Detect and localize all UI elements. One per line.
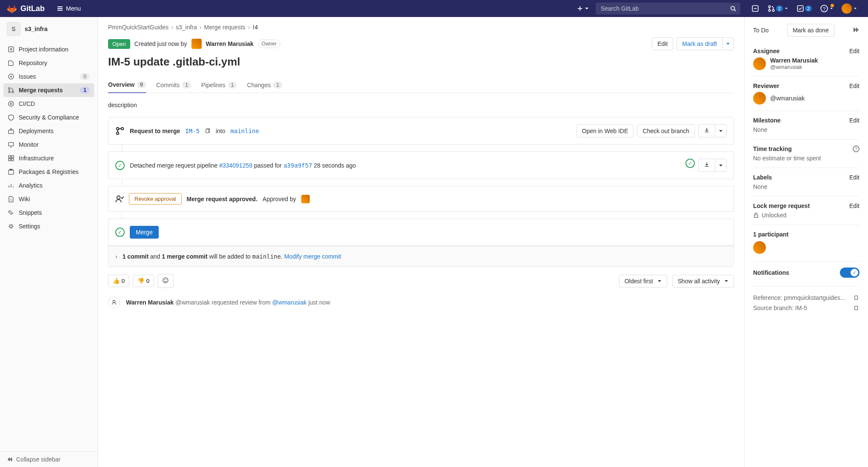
sidebar-item-infrastructure[interactable]: Infrastructure	[3, 151, 94, 165]
svg-point-3	[768, 9, 771, 11]
notifications-toggle[interactable]: ✓	[840, 268, 859, 278]
sidebar-item-monitor[interactable]: Monitor	[3, 138, 94, 151]
svg-rect-17	[9, 130, 14, 134]
modify-merge-commit-link[interactable]: Modify merge commit	[284, 253, 341, 260]
todos-nav[interactable]: 2	[797, 5, 812, 12]
mark-draft-dropdown[interactable]	[722, 37, 734, 50]
mark-as-done-button[interactable]: Mark as done	[787, 24, 834, 37]
help-icon: ?	[820, 5, 828, 12]
download-artifacts-button[interactable]	[698, 159, 715, 172]
breadcrumb-link[interactable]: s3_infra	[176, 24, 197, 31]
reviewer-handle[interactable]: @wmarusiak	[770, 95, 805, 102]
sidebar-item-snippets[interactable]: Snippets	[3, 206, 94, 219]
copy-icon[interactable]	[854, 295, 859, 301]
download-button[interactable]	[698, 124, 715, 137]
merge-requests-nav[interactable]: 2	[768, 5, 788, 12]
main-content: PmmQuickStartGuides › s3_infra › Merge r…	[98, 17, 745, 467]
revoke-approval-button[interactable]: Revoke approval	[129, 193, 182, 205]
issues-nav-icon[interactable]	[751, 5, 759, 12]
merge-request-widget: Request to merge IM-5 into mainline Open…	[108, 117, 734, 145]
reactions-row: 👍 0 👎 0 Oldest first Show all activity	[108, 274, 734, 288]
svg-point-15	[9, 101, 14, 106]
edit-milestone-link[interactable]: Edit	[849, 117, 859, 124]
svg-rect-18	[9, 142, 14, 146]
download-icon	[704, 162, 710, 168]
source-branch-link[interactable]: IM-5	[185, 128, 200, 134]
mark-as-draft-button[interactable]: Mark as draft	[677, 37, 722, 50]
assignee-avatar-icon	[753, 57, 766, 70]
sha-link[interactable]: a39a9f57	[283, 162, 312, 169]
timeline-target-user[interactable]: @wmarusiak	[272, 299, 307, 306]
sidebar-item-wiki[interactable]: Wiki	[3, 192, 94, 206]
approved-by-label: Approved by	[263, 196, 296, 202]
user-icon	[108, 296, 120, 308]
edit-reviewer-link[interactable]: Edit	[849, 83, 859, 89]
sidebar-item-analytics[interactable]: Analytics	[3, 179, 94, 192]
tab-pipelines[interactable]: Pipelines 1	[201, 77, 237, 93]
activity-filter-dropdown[interactable]: Show all activity	[672, 275, 734, 288]
sidebar-item-deployments[interactable]: Deployments	[3, 124, 94, 138]
merge-icon	[115, 126, 125, 136]
sidebar-item-project-information[interactable]: Project information	[3, 43, 94, 56]
help-icon[interactable]: ?	[853, 145, 859, 152]
sidebar-item-security-compliance[interactable]: Security & Compliance	[3, 111, 94, 124]
expand-commit-info[interactable]: ›	[115, 253, 117, 260]
new-dropdown[interactable]	[574, 4, 592, 13]
sidebar-item-repository[interactable]: Repository	[3, 56, 94, 70]
menu-button[interactable]: Menu	[53, 3, 84, 14]
sidebar-item-issues[interactable]: Issues0	[3, 70, 94, 83]
mr-tabs: Overview 0 Commits 1 Pipelines 1 Changes…	[108, 77, 734, 93]
pipeline-link[interactable]: #334091259	[219, 162, 252, 169]
breadcrumb-link[interactable]: PmmQuickStartGuides	[108, 24, 168, 31]
check-out-branch-button[interactable]: Check out branch	[637, 124, 695, 137]
chevron-down-icon	[726, 42, 730, 46]
timeline-actor[interactable]: Warren Marusiak	[126, 299, 174, 306]
assignee-name[interactable]: Warren Marusiak	[770, 57, 818, 64]
sort-dropdown[interactable]: Oldest first	[619, 275, 667, 288]
tab-changes[interactable]: Changes 1	[247, 77, 282, 93]
edit-button[interactable]: Edit	[652, 37, 673, 50]
sidebar-item-ci-cd[interactable]: CI/CD	[3, 97, 94, 111]
sidebar-item-merge-requests[interactable]: Merge requests1	[3, 83, 94, 97]
sidebar-item-packages-registries[interactable]: Packages & Registries	[3, 165, 94, 179]
search-icon	[730, 6, 736, 11]
todo-label: To Do	[753, 27, 769, 34]
pipeline-success-icon: ✓	[115, 161, 125, 170]
thumbs-up-button[interactable]: 👍 0	[108, 275, 129, 287]
copy-icon[interactable]	[205, 128, 211, 134]
open-web-ide-button[interactable]: Open in Web IDE	[577, 124, 634, 137]
collapse-sidebar-button[interactable]: Collapse sidebar	[0, 451, 97, 467]
copy-icon[interactable]	[854, 305, 859, 311]
add-reaction-button[interactable]	[157, 274, 174, 288]
plus-icon	[577, 6, 583, 11]
edit-assignee-link[interactable]: Edit	[849, 48, 859, 54]
download-dropdown[interactable]	[715, 124, 727, 137]
tab-commits[interactable]: Commits 1	[156, 77, 191, 93]
svg-point-14	[12, 91, 14, 93]
approver-avatar-icon[interactable]	[301, 195, 310, 203]
author-name[interactable]: Warren Marusiak	[206, 40, 254, 47]
participant-avatar-icon[interactable]	[753, 241, 766, 254]
sidebar-item-settings[interactable]: Settings	[3, 219, 94, 233]
thumbs-down-button[interactable]: 👎 0	[133, 275, 154, 287]
nav-icon	[8, 141, 14, 148]
collapse-right-sidebar[interactable]	[853, 26, 859, 34]
edit-lock-link[interactable]: Edit	[849, 202, 859, 209]
tab-overview[interactable]: Overview 0	[108, 77, 146, 93]
target-branch-link[interactable]: mainline	[231, 128, 259, 134]
search-input[interactable]	[596, 3, 740, 14]
lock-title: Lock merge request	[753, 202, 810, 209]
pipeline-status-icon[interactable]: ✓	[685, 159, 695, 168]
download-artifacts-dropdown[interactable]	[715, 159, 727, 172]
breadcrumb-link[interactable]: Merge requests	[204, 24, 246, 31]
nav-icon	[8, 223, 14, 230]
nav-icon	[8, 155, 14, 162]
merge-button[interactable]: Merge	[130, 226, 159, 239]
download-icon	[704, 127, 710, 133]
lock-value: Unlocked	[762, 212, 786, 219]
project-header[interactable]: S s3_infra	[0, 17, 97, 41]
user-avatar-icon	[842, 3, 852, 14]
user-menu[interactable]	[842, 3, 857, 14]
edit-labels-link[interactable]: Edit	[849, 174, 859, 181]
help-nav[interactable]: ?	[820, 5, 833, 12]
